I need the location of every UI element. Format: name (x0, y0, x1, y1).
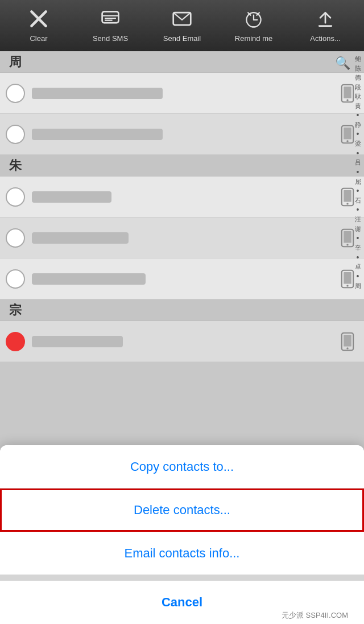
remind-me-label: Remind me (235, 34, 272, 43)
actions-label: Actions... (310, 34, 340, 43)
send-sms-label: Send SMS (93, 34, 128, 43)
send-email-button[interactable]: Send Email (154, 9, 210, 43)
svg-rect-2 (102, 11, 119, 23)
email-contacts-info-button[interactable]: Email contacts info... (0, 532, 364, 575)
alarm-icon (243, 9, 264, 32)
delete-contacts-button[interactable]: Delete contacts... (0, 488, 364, 532)
email-icon (172, 9, 192, 32)
clear-button[interactable]: Clear (10, 9, 67, 43)
copy-contacts-button[interactable]: Copy contacts to... (0, 445, 364, 488)
action-sheet-separator (0, 575, 364, 581)
remind-me-button[interactable]: Remind me (225, 9, 282, 43)
action-sheet: Copy contacts to... Delete contacts... E… (0, 445, 364, 624)
toolbar: Clear Send SMS Send Email (0, 0, 364, 51)
send-email-label: Send Email (163, 34, 201, 43)
sms-icon (100, 9, 121, 32)
send-sms-button[interactable]: Send SMS (82, 9, 139, 43)
action-sheet-overlay: Copy contacts to... Delete contacts... E… (0, 51, 364, 624)
content-area: 🔍 周 (0, 51, 364, 624)
clear-label: Clear (30, 34, 47, 43)
actions-button[interactable]: Actions... (297, 9, 354, 43)
watermark: 元少派 SSP4II.COM (282, 610, 348, 621)
x-icon (28, 9, 49, 32)
actions-icon (315, 9, 336, 32)
